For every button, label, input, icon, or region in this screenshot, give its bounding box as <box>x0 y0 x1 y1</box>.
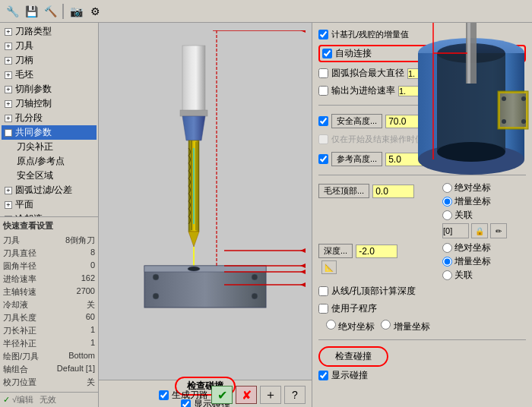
stock-inc-label: 增量坐标 <box>454 195 491 208</box>
ok-button[interactable]: ✔ <box>211 386 233 404</box>
stock-top-left: 毛坯顶部... <box>318 181 439 200</box>
stock-top-btn[interactable]: 毛坯顶部... <box>318 184 369 198</box>
quick-view-title: 快速查看设置 <box>3 220 95 232</box>
calc-from-lines-checkbox[interactable] <box>318 286 328 296</box>
depth-btn[interactable]: 深度... <box>318 244 353 258</box>
depth-inc-radio[interactable] <box>442 257 452 267</box>
stock-abs-radio[interactable] <box>442 183 452 193</box>
tree-item-origin[interactable]: 原点/参考点 <box>8 154 97 169</box>
auto-connect-row: 自动连接 <box>322 47 372 60</box>
calc-base-hole-checkbox[interactable] <box>318 30 328 39</box>
tree-item-arc-filter[interactable]: + 圆弧过滤/公差 <box>2 183 97 197</box>
safety-height-btn[interactable]: 安全高度... <box>331 114 382 128</box>
depth-input[interactable] <box>356 245 397 258</box>
save-btn[interactable]: 💾 <box>23 3 40 20</box>
tree-item-tool[interactable]: + 刀具 <box>2 39 97 53</box>
tree-item-common-params[interactable]: - 共同参数 <box>2 125 97 140</box>
scene <box>99 23 312 407</box>
expand-icon[interactable]: + <box>5 201 12 209</box>
tree-item-handle[interactable]: + 刀柄 <box>2 53 97 68</box>
stock-assoc-radio[interactable] <box>442 210 452 220</box>
cancel-button[interactable]: ✘ <box>236 386 257 404</box>
ref-height-checkbox[interactable] <box>318 154 328 164</box>
tree-label: 安全区域 <box>17 169 53 182</box>
auto-connect-checkbox[interactable] <box>322 49 332 58</box>
quick-value: Bottom <box>68 351 95 362</box>
show-collision-checkbox2[interactable] <box>318 371 328 380</box>
calc-base-hole-label: 计基孔/残腔的增量值 <box>331 29 409 40</box>
collision-section: 检查碰撞 显示碰撞 <box>318 346 526 383</box>
stock-coord-value[interactable] <box>442 223 469 238</box>
stock-abs-row: 绝对坐标 <box>442 181 526 194</box>
calc-from-lines-label: 从线/孔顶部计算深度 <box>331 285 416 298</box>
tool-btn-2[interactable]: 🔨 <box>42 3 59 20</box>
expand-icon[interactable]: + <box>5 100 12 108</box>
depth-assoc-radio[interactable] <box>442 270 452 280</box>
settings-btn[interactable]: ⚙ <box>87 3 103 20</box>
depth-row: 深度... 📐 绝对坐标 增量坐标 <box>318 241 526 282</box>
plus-button[interactable]: ＋ <box>260 386 281 404</box>
safety-height-row: 安全高度... <box>318 114 526 128</box>
output-feed-checkbox[interactable] <box>318 86 328 96</box>
stock-assoc-label: 关联 <box>454 209 473 222</box>
stock-inc-row: 增量坐标 <box>442 195 526 208</box>
expand-icon[interactable]: + <box>5 57 12 65</box>
tree-item-safe-zone[interactable]: 安全区域 <box>8 169 97 183</box>
expand-icon[interactable]: + <box>5 71 12 79</box>
status-bar: ✓ √编辑 无效 <box>0 392 98 407</box>
arc-fit-row: 圆弧拟合最大直径 <box>318 67 526 80</box>
sub-inc-radio[interactable] <box>381 320 391 330</box>
expand-icon[interactable]: + <box>5 28 12 36</box>
depth-abs-radio[interactable] <box>442 243 452 253</box>
output-feed-value[interactable] <box>398 86 425 96</box>
quick-row-len-comp: 刀长补正 1 <box>3 324 95 337</box>
stock-inc-radio[interactable] <box>442 197 452 207</box>
bottom-bar: 检查碰撞 显示碰撞 生成刀路 ✔ ✘ ＋ ? <box>99 380 312 407</box>
tool-btn-1[interactable]: 🔧 <box>4 3 21 20</box>
tree-item-hole-seg[interactable]: + 孔分段 <box>2 111 97 125</box>
tree-item-plane[interactable]: + 平面 <box>2 197 97 212</box>
stock-lock-btn[interactable]: 🔒 <box>471 223 488 238</box>
check-collision-btn[interactable]: 检查碰撞 <box>318 346 388 367</box>
expand-icon[interactable]: + <box>5 86 12 93</box>
tree-item-cut-params[interactable]: + 切削参数 <box>2 82 97 96</box>
quick-value: 8倒角刀 <box>65 235 95 246</box>
arc-fit-value[interactable] <box>407 68 434 79</box>
tree-area: + 刀路类型 + 刀具 + 刀柄 + 毛坯 + 切削参数 + 刀轴控制 <box>0 23 98 216</box>
svg-rect-5 <box>195 142 199 230</box>
tree-label: 平面 <box>15 198 33 211</box>
depth-icon-btn[interactable]: 📐 <box>321 260 337 274</box>
help-button[interactable]: ? <box>284 386 306 404</box>
stock-top-input[interactable] <box>372 185 414 198</box>
expand-icon[interactable]: + <box>5 187 12 194</box>
arc-fit-checkbox[interactable] <box>318 68 328 78</box>
svg-rect-6 <box>193 148 195 224</box>
tree-item-axis-ctrl[interactable]: + 刀轴控制 <box>2 96 97 111</box>
ref-height-input[interactable] <box>385 153 427 166</box>
camera-btn[interactable]: 📷 <box>68 3 84 20</box>
tree-label: 刀柄 <box>15 54 33 67</box>
tree-item-tip-comp[interactable]: 刀尖补正 <box>8 140 97 154</box>
expand-icon[interactable]: - <box>5 129 12 137</box>
tree-item-blank[interactable]: + 毛坯 <box>2 68 97 82</box>
tree-item-blade-type[interactable]: + 刀路类型 <box>2 24 97 39</box>
only-start-end-checkbox[interactable] <box>318 134 328 144</box>
svg-marker-2 <box>182 116 205 140</box>
svg-marker-7 <box>188 232 199 247</box>
sub-abs-radio[interactable] <box>326 320 336 330</box>
svg-point-13 <box>153 293 159 299</box>
arc-fit-label: 圆弧拟合最大直径 <box>331 67 404 80</box>
sub-abs-label: 绝对坐标 <box>338 321 375 332</box>
safety-height-input[interactable] <box>385 115 427 128</box>
expand-icon[interactable]: + <box>5 115 12 122</box>
calc-from-lines-row: 从线/孔顶部计算深度 <box>318 285 526 298</box>
ref-height-btn[interactable]: 参考高度... <box>331 152 382 166</box>
stock-edit-btn[interactable]: ✏ <box>490 223 507 238</box>
depth-inc-row: 增量坐标 <box>442 255 526 268</box>
quick-value: 162 <box>81 273 95 285</box>
generate-toolpath-checkbox[interactable] <box>159 390 169 400</box>
quick-label: 刀具直径 <box>3 248 36 259</box>
safety-height-checkbox[interactable] <box>318 116 328 126</box>
sub-program-checkbox[interactable] <box>318 304 328 314</box>
expand-icon[interactable]: + <box>5 43 12 50</box>
